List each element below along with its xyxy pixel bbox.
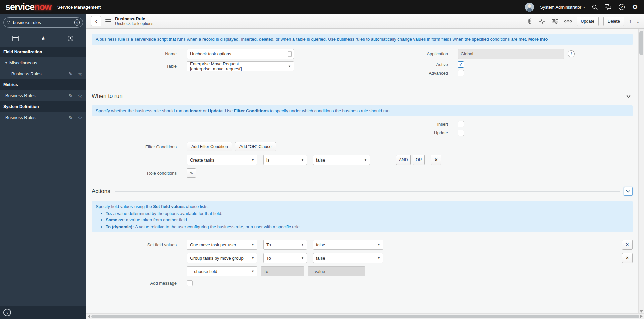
more-info-link[interactable]: More Info xyxy=(528,37,548,42)
banner-text: A business rule is a server-side script … xyxy=(96,37,527,42)
or-button[interactable]: OR xyxy=(413,155,425,165)
add-filter-condition-button[interactable]: Add Filter Condition xyxy=(187,142,232,151)
servicenow-logo: servicenow xyxy=(5,3,51,12)
favorite-star-icon[interactable]: ☆ xyxy=(78,72,82,76)
chevron-down-icon: ▼ xyxy=(288,65,291,68)
horizontal-scrollbar-thumb[interactable] xyxy=(91,315,639,318)
collapse-section-icon[interactable] xyxy=(624,187,633,196)
sfv-operator-select[interactable]: To ▼ xyxy=(263,240,307,250)
record-type-title: Business Rule xyxy=(115,16,153,22)
remove-row-button[interactable]: × xyxy=(622,253,633,263)
collapse-section-icon[interactable] xyxy=(624,92,633,100)
scroll-down-icon[interactable]: ↓ xyxy=(637,18,640,25)
add-message-checkbox[interactable] xyxy=(187,280,193,286)
tab-all-applications[interactable] xyxy=(10,34,21,43)
navigator-search-input[interactable] xyxy=(13,20,72,25)
scroll-up-icon[interactable]: ↑ xyxy=(629,18,632,25)
delete-button[interactable]: Delete xyxy=(603,17,624,26)
add-or-clause-button[interactable]: Add "OR" Clause xyxy=(235,142,276,151)
search-icon[interactable] xyxy=(591,3,598,11)
edit-module-icon[interactable]: ✎ xyxy=(69,115,73,120)
active-checkbox[interactable]: ✓ xyxy=(458,61,464,68)
text-document-icon[interactable] xyxy=(288,51,292,58)
tab-history[interactable] xyxy=(65,34,76,43)
user-menu[interactable]: System Administrator ▾ xyxy=(540,5,585,10)
activity-stream-icon[interactable] xyxy=(538,18,546,25)
condition-operator-select[interactable]: is ▼ xyxy=(263,155,307,165)
application-value: Global xyxy=(461,51,473,56)
avatar[interactable] xyxy=(525,3,534,12)
edit-module-icon[interactable]: ✎ xyxy=(69,93,73,98)
name-input[interactable] xyxy=(187,49,294,59)
scroll-right-arrow-icon[interactable] xyxy=(640,315,643,318)
info-icon[interactable]: i xyxy=(568,50,575,57)
sfv-choose-field-select[interactable]: -- choose field -- ▼ xyxy=(187,266,257,276)
vertical-scrollbar-thumb[interactable] xyxy=(639,31,643,55)
table-label: Table xyxy=(92,64,177,69)
horizontal-scrollbar[interactable] xyxy=(86,313,644,319)
condition-field-select[interactable]: Create tasks ▼ xyxy=(187,155,257,165)
condition-value-value: false xyxy=(316,157,325,163)
star-icon: ★ xyxy=(40,35,46,41)
banner-bold: Insert xyxy=(190,108,201,113)
and-button[interactable]: AND xyxy=(396,155,411,165)
update-checkbox[interactable] xyxy=(458,130,464,136)
back-button[interactable]: ‹ xyxy=(91,16,101,26)
scroll-down-arrow-icon[interactable] xyxy=(640,310,643,313)
nav-app-system-definition[interactable]: System Definition xyxy=(0,101,86,112)
favorite-star-icon[interactable]: ☆ xyxy=(78,115,82,120)
logo-now-text: now xyxy=(34,2,51,12)
collapse-navigator-icon[interactable]: ‹ xyxy=(3,309,11,316)
tab-favorites[interactable]: ★ xyxy=(37,34,49,43)
condition-value-select[interactable]: false ▼ xyxy=(313,155,370,165)
scroll-left-arrow-icon[interactable] xyxy=(88,315,90,318)
personalize-form-icon[interactable] xyxy=(551,18,559,25)
chevron-down-icon: ▼ xyxy=(301,158,304,162)
delete-condition-button[interactable]: × xyxy=(431,155,441,165)
nav-app-field-normalization[interactable]: Field Normalization xyxy=(0,47,86,57)
logo-service-text: service xyxy=(5,2,34,12)
chat-icon[interactable] xyxy=(604,3,612,11)
remove-row-button[interactable]: × xyxy=(622,240,633,250)
banner-text: choice lists: xyxy=(185,204,209,209)
banner-bold: Filter Conditions xyxy=(234,108,269,113)
gear-icon[interactable]: ⚙ xyxy=(631,3,639,11)
more-options-icon[interactable] xyxy=(564,18,572,25)
filter-conditions-label: Filter Conditions xyxy=(92,144,177,149)
banner-text: . Use xyxy=(223,108,234,113)
advanced-checkbox[interactable] xyxy=(458,70,464,76)
form-toolbar: ‹ Business Rule Uncheck task options xyxy=(86,14,644,29)
nav-module-business-rules-2[interactable]: Business Rules ✎ ☆ xyxy=(0,90,86,101)
banner-bullet: Same as: a value taken from another fiel… xyxy=(106,217,629,223)
actions-banner: Specify field values using the Set field… xyxy=(92,201,633,232)
sfv-field-select[interactable]: One move task per user ▼ xyxy=(187,240,257,250)
update-button[interactable]: Update xyxy=(577,17,599,26)
nav-group-miscellaneous[interactable]: ▾ Miscellaneous xyxy=(0,57,86,68)
nav-app-metrics[interactable]: Metrics xyxy=(0,79,86,90)
edit-role-conditions-button[interactable]: ✎ xyxy=(187,168,196,178)
insert-checkbox[interactable] xyxy=(458,121,464,127)
form-context-menu-icon[interactable] xyxy=(105,19,111,23)
banner-text: to specify under which conditions the bu… xyxy=(269,108,391,113)
sfv-value-select[interactable]: false ▼ xyxy=(313,240,383,250)
vertical-scrollbar[interactable] xyxy=(638,29,644,313)
sfv-value-select[interactable]: false ▼ xyxy=(313,253,383,263)
edit-module-icon[interactable]: ✎ xyxy=(69,72,73,76)
set-field-values-rows: Set field values One move task per user … xyxy=(92,240,633,276)
attachment-icon[interactable] xyxy=(526,18,534,25)
add-message-label: Add message xyxy=(92,281,177,286)
sfv-field-select[interactable]: Group tasks by move group ▼ xyxy=(187,253,257,263)
navigator-search[interactable]: × xyxy=(3,17,83,28)
nav-module-business-rules-1[interactable]: Business Rules ✎ ☆ xyxy=(0,68,86,79)
help-icon[interactable]: ? xyxy=(618,3,625,11)
user-photo-icon xyxy=(525,3,534,12)
table-select[interactable]: Enterprise Move Request [enterprise_move… xyxy=(187,61,294,71)
nav-group-label: Miscellaneous xyxy=(9,60,37,65)
nav-module-business-rules-3[interactable]: Business Rules ✎ ☆ xyxy=(0,112,86,123)
clear-search-icon[interactable]: × xyxy=(74,19,80,26)
navigator-footer: ‹ xyxy=(0,306,86,319)
favorite-star-icon[interactable]: ☆ xyxy=(78,93,82,98)
chevron-down-icon: ▾ xyxy=(5,61,7,65)
sfv-operator-select[interactable]: To ▼ xyxy=(263,253,307,263)
when-to-run-title: When to run xyxy=(92,93,123,100)
